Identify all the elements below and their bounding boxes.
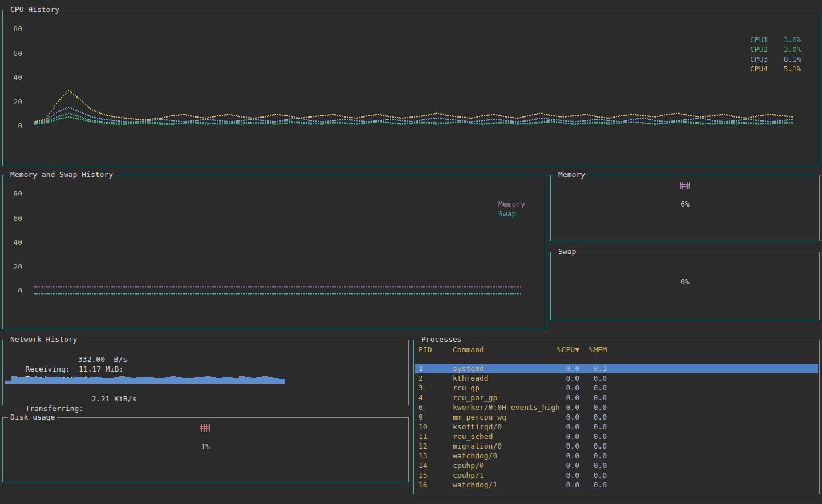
process-pid: 14: [418, 461, 428, 470]
memory-usage-dots: [680, 182, 690, 189]
process-command: kthreadd: [453, 373, 489, 383]
process-cpu: 0.0: [546, 461, 579, 470]
process-command: watchdog/0: [453, 451, 497, 461]
swap-usage-percent: 0%: [551, 277, 819, 287]
process-cpu: 0.0: [546, 364, 579, 373]
column-header-cpu-sort-desc[interactable]: %CPU▼: [546, 345, 579, 354]
cpu1-legend-item: CPU1 3.0%: [750, 35, 801, 45]
process-mem: 0.0: [582, 402, 607, 412]
process-row[interactable]: 12 migration/0 0.0 0.0: [415, 441, 818, 451]
y-axis-tick: 0: [7, 287, 22, 296]
network-receiving-line: Receiving: 332.00 B/s: [7, 354, 404, 364]
transferring-value: 2.21 KiB/s: [92, 394, 136, 404]
processes-header: PID Command %CPU▼ %MEM: [415, 345, 818, 354]
cpu4-value: 5.1%: [784, 64, 801, 74]
process-row[interactable]: 2 kthreadd 0.0 0.0: [415, 373, 818, 383]
process-mem: 0.0: [582, 412, 607, 422]
transferring-label: Transferring:: [25, 404, 83, 413]
receiving-value: 332.00 B/s: [78, 354, 127, 364]
process-cpu: 0.0: [546, 451, 579, 461]
process-cpu: 0.0: [546, 402, 579, 412]
memory-panel-title: Memory: [556, 170, 587, 179]
process-command: migration/0: [453, 441, 502, 451]
process-pid: 1: [418, 364, 423, 373]
disk-usage-panel: Disk usage 1%: [2, 417, 409, 482]
process-command: kworker/0:0H-events_high: [453, 402, 560, 412]
y-axis-tick: 0: [7, 122, 22, 131]
y-axis-tick: 60: [7, 214, 22, 223]
process-pid: 2: [418, 373, 423, 383]
process-row[interactable]: 6 kworker/0:0H-events_high 0.0 0.0: [415, 402, 818, 412]
process-row[interactable]: 11 rcu_sched 0.0 0.0: [415, 432, 818, 441]
process-mem: 0.0: [582, 441, 607, 451]
process-pid: 4: [418, 393, 423, 402]
cpu-history-panel: CPU History 80 60 40 20 0 CPU1 3.0% CPU2…: [2, 10, 820, 166]
disk-usage-dots: [200, 424, 210, 432]
terminal-system-monitor: { "colors": { "background": "#2b2b2b", "…: [0, 0, 822, 504]
process-mem: 0.1: [582, 364, 607, 373]
memory-swap-history-chart: [3, 175, 546, 329]
process-command: ksoftirqd/0: [453, 422, 502, 432]
process-cpu: 0.0: [546, 432, 579, 441]
process-command: rcu_gp: [453, 383, 480, 393]
cpu2-value: 3.0%: [784, 45, 801, 54]
swap-legend-item: Swap: [498, 209, 525, 219]
process-cpu: 0.0: [546, 412, 579, 422]
process-command: rcu_par_gp: [453, 393, 497, 402]
process-pid: 10: [418, 422, 428, 432]
network-transferring-line: Transferring: 2.21 KiB/s: [7, 394, 404, 404]
process-mem: 0.0: [582, 470, 607, 480]
memory-usage-percent: 6%: [551, 199, 819, 209]
process-mem: 0.0: [582, 373, 607, 383]
process-row[interactable]: 4 rcu_par_gp 0.0 0.0: [415, 393, 818, 402]
process-command: mm_percpu_wq: [453, 412, 506, 422]
y-axis-tick: 80: [7, 189, 22, 199]
cpu3-value: 8.1%: [784, 54, 801, 64]
cpu2-label: CPU2: [750, 45, 768, 54]
column-header-pid[interactable]: PID: [418, 345, 432, 354]
y-axis-tick: 40: [7, 73, 22, 82]
process-row-selected[interactable]: 1 systemd 0.0 0.1: [415, 364, 818, 373]
process-command: rcu_sched: [453, 432, 493, 441]
process-cpu: 0.0: [546, 373, 579, 383]
disk-usage-title: Disk usage: [8, 413, 57, 422]
process-row[interactable]: 13 watchdog/0 0.0 0.0: [415, 451, 818, 461]
y-axis-tick: 80: [7, 25, 22, 34]
network-history-panel: Network History Receiving: 332.00 B/s To…: [2, 340, 409, 405]
process-row[interactable]: 9 mm_percpu_wq 0.0 0.0: [415, 412, 818, 422]
process-pid: 16: [418, 480, 428, 490]
y-axis-tick: 20: [7, 98, 22, 107]
disk-usage-percent: 1%: [3, 442, 408, 451]
cpu-history-chart: [3, 10, 820, 166]
process-cpu: 0.0: [546, 470, 579, 480]
process-mem: 0.0: [582, 480, 607, 490]
process-row[interactable]: 16 watchdog/1 0.0 0.0: [415, 480, 818, 490]
process-row[interactable]: 14 cpuhp/0 0.0 0.0: [415, 461, 818, 470]
process-command: cpuhp/1: [453, 470, 484, 480]
process-command: systemd: [453, 364, 484, 373]
memory-usage-panel: Memory 6%: [550, 175, 820, 241]
process-row[interactable]: 15 cpuhp/1 0.0 0.0: [415, 470, 818, 480]
process-cpu: 0.0: [546, 441, 579, 451]
processes-title: Processes: [419, 335, 464, 344]
cpu1-value: 3.0%: [784, 35, 801, 45]
process-mem: 0.0: [582, 461, 607, 470]
process-command: watchdog/1: [453, 480, 497, 490]
processes-panel: Processes PID Command %CPU▼ %MEM 1 syste…: [413, 340, 820, 494]
process-row[interactable]: 10 ksoftirqd/0 0.0 0.0: [415, 422, 818, 432]
swap-usage-panel: Swap 0%: [550, 252, 820, 320]
memory-swap-legend: Memory Swap: [498, 199, 525, 219]
process-command: cpuhp/0: [453, 461, 484, 470]
process-cpu: 0.0: [546, 422, 579, 432]
column-header-mem[interactable]: %MEM: [582, 345, 607, 354]
cpu4-label: CPU4: [750, 64, 768, 74]
cpu3-label: CPU3: [750, 54, 768, 64]
memory-swap-history-panel: Memory and Swap History 80 60 40 20 0 Me…: [2, 175, 546, 329]
column-header-command[interactable]: Command: [453, 345, 484, 354]
cpu3-legend-item: CPU3 8.1%: [750, 54, 801, 64]
memory-legend-item: Memory: [498, 199, 525, 209]
cpu2-legend-item: CPU2 3.0%: [750, 45, 801, 54]
process-pid: 15: [418, 470, 428, 480]
process-row[interactable]: 3 rcu_gp 0.0 0.0: [415, 383, 818, 393]
process-mem: 0.0: [582, 383, 607, 393]
